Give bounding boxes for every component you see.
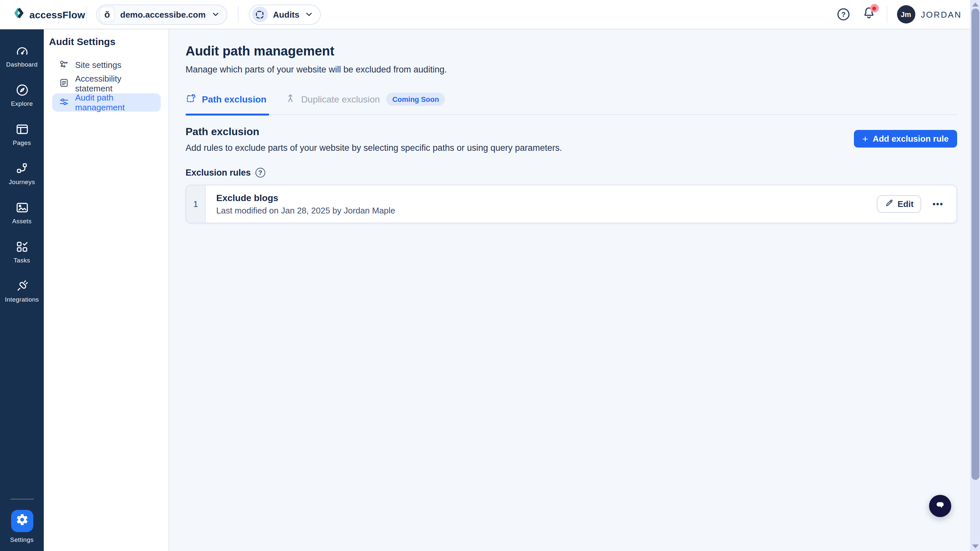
notification-dot bbox=[872, 6, 876, 10]
top-header: accessFlow ŏ demo.accessibe.com Audits bbox=[0, 0, 980, 29]
header-divider bbox=[238, 6, 239, 23]
chevron-down-icon bbox=[305, 10, 314, 19]
section-header: Path exclusion Add rules to exclude part… bbox=[186, 126, 957, 153]
sidebar-divider bbox=[10, 499, 33, 499]
page-subtitle: Manage which parts of your website will … bbox=[186, 65, 957, 75]
more-options-button[interactable]: ••• bbox=[931, 198, 945, 210]
sliders-icon bbox=[59, 96, 69, 109]
primary-sidebar: Dashboard Explore Pages bbox=[0, 29, 44, 551]
sidebar-item-explore[interactable]: Explore bbox=[0, 83, 44, 107]
app-window: accessFlow ŏ demo.accessibe.com Audits bbox=[0, 0, 980, 551]
add-exclusion-rule-label: Add exclusion rule bbox=[872, 134, 949, 144]
rules-header: Exclusion rules ? bbox=[186, 168, 957, 178]
question-glyph: ? bbox=[841, 10, 845, 19]
audits-selector[interactable]: Audits bbox=[249, 4, 321, 24]
route-icon bbox=[15, 161, 29, 176]
accessflow-logo-icon bbox=[13, 7, 25, 22]
header-divider bbox=[886, 6, 887, 23]
brand-logo[interactable]: accessFlow bbox=[13, 7, 86, 22]
brand-name: accessFlow bbox=[29, 9, 85, 20]
sidebar-item-assets[interactable]: Assets bbox=[0, 200, 44, 225]
site-selector-value: demo.accessibe.com bbox=[120, 10, 206, 19]
scrollbar-down-arrow[interactable] bbox=[972, 545, 978, 548]
sidebar-item-pages[interactable]: Pages bbox=[0, 122, 44, 146]
subnav-item-audit-path-management[interactable]: Audit path management bbox=[52, 94, 161, 112]
info-icon[interactable]: ? bbox=[255, 168, 265, 178]
selection-square-icon bbox=[186, 93, 197, 106]
edit-rule-button[interactable]: Edit bbox=[877, 195, 921, 213]
pages-icon bbox=[15, 122, 29, 137]
subnav-item-label: Site settings bbox=[75, 60, 121, 70]
rule-body: Exclude blogs Last modified on Jan 28, 2… bbox=[206, 186, 395, 222]
rule-title: Exclude blogs bbox=[216, 192, 395, 203]
edit-label: Edit bbox=[898, 199, 914, 209]
settings-subnav: Audit Settings Site settings Accessibil bbox=[44, 29, 169, 551]
site-selector[interactable]: ŏ demo.accessibe.com bbox=[96, 4, 228, 24]
tab-bar: Path exclusion Duplicate exclusion Comin… bbox=[186, 93, 957, 115]
sidebar-item-tasks[interactable]: Tasks bbox=[0, 240, 44, 264]
pencil-icon bbox=[885, 198, 894, 210]
compass-icon bbox=[15, 83, 29, 97]
sidebar-item-label: Tasks bbox=[14, 257, 30, 264]
scrollbar-thumb[interactable] bbox=[971, 8, 979, 480]
section-description: Add rules to exclude parts of your websi… bbox=[186, 143, 562, 153]
subnav-title: Audit Settings bbox=[49, 36, 169, 47]
subnav-item-accessibility-statement[interactable]: Accessibility statement bbox=[52, 75, 161, 93]
chevron-down-icon bbox=[211, 10, 220, 19]
tab-duplicate-exclusion[interactable]: Duplicate exclusion Coming Soon bbox=[285, 93, 447, 114]
scan-icon bbox=[252, 6, 268, 22]
vertical-scrollbar bbox=[970, 0, 980, 551]
gear-icon bbox=[15, 513, 29, 529]
page-title: Audit path management bbox=[186, 43, 957, 59]
sidebar-item-dashboard[interactable]: Dashboard bbox=[0, 44, 44, 68]
split-arrow-icon bbox=[285, 93, 296, 106]
avatar: Jm bbox=[897, 5, 915, 24]
scrollbar-up-arrow[interactable] bbox=[972, 3, 978, 6]
dashboard-icon bbox=[15, 44, 29, 58]
header-divider bbox=[86, 6, 87, 23]
subnav-item-site-settings[interactable]: Site settings bbox=[52, 56, 161, 74]
rule-index: 1 bbox=[186, 186, 206, 222]
chat-bubble-icon bbox=[934, 498, 947, 514]
section-title: Path exclusion bbox=[186, 126, 562, 138]
sidebar-item-label: Explore bbox=[11, 100, 33, 107]
tasks-icon bbox=[15, 240, 29, 254]
sidebar-bottom: Settings bbox=[0, 499, 44, 551]
plus-icon: + bbox=[862, 134, 868, 144]
sidebar-item-integrations[interactable]: Integrations bbox=[0, 279, 44, 303]
user-name: JORDAN bbox=[921, 10, 962, 19]
help-button[interactable]: ? bbox=[835, 6, 851, 22]
sidebar-item-label: Pages bbox=[13, 139, 31, 146]
sidebar-item-label: Journeys bbox=[9, 178, 35, 186]
key-icon bbox=[59, 59, 69, 71]
sidebar-item-label: Assets bbox=[12, 218, 31, 225]
sidebar-item-label: Settings bbox=[10, 536, 33, 543]
header-actions: ? Jm JORDAN bbox=[835, 5, 980, 24]
exclusion-rule-row: 1 Exclude blogs Last modified on Jan 28,… bbox=[186, 185, 957, 223]
rule-actions: Edit ••• bbox=[877, 186, 956, 222]
main-content: Audit path management Manage which parts… bbox=[169, 29, 970, 551]
notification-badge bbox=[870, 4, 878, 13]
subnav-item-label: Accessibility statement bbox=[75, 74, 154, 94]
subnav-list: Site settings Accessibility statement bbox=[52, 56, 161, 112]
site-favicon: ŏ bbox=[99, 6, 115, 22]
sidebar-item-journeys[interactable]: Journeys bbox=[0, 161, 44, 186]
plug-icon bbox=[15, 279, 29, 293]
add-exclusion-rule-button[interactable]: + Add exclusion rule bbox=[854, 130, 957, 148]
chat-widget-button[interactable] bbox=[929, 495, 951, 517]
rule-meta: Last modified on Jan 28, 2025 by Jordan … bbox=[216, 206, 395, 216]
sidebar-item-label: Dashboard bbox=[6, 61, 38, 68]
section-header-text: Path exclusion Add rules to exclude part… bbox=[186, 126, 562, 153]
settings-button[interactable] bbox=[11, 510, 33, 532]
rules-header-title: Exclusion rules bbox=[186, 168, 251, 178]
image-icon bbox=[15, 200, 29, 215]
tab-path-exclusion[interactable]: Path exclusion bbox=[186, 93, 269, 114]
tab-label: Path exclusion bbox=[202, 94, 267, 105]
subnav-item-label: Audit path management bbox=[75, 93, 154, 112]
audits-selector-value: Audits bbox=[273, 10, 299, 19]
sidebar-item-label: Integrations bbox=[5, 296, 39, 303]
user-menu[interactable]: Jm JORDAN bbox=[897, 5, 962, 24]
notifications-button[interactable] bbox=[861, 6, 877, 22]
tab-label: Duplicate exclusion bbox=[301, 94, 380, 105]
document-icon bbox=[59, 77, 69, 90]
